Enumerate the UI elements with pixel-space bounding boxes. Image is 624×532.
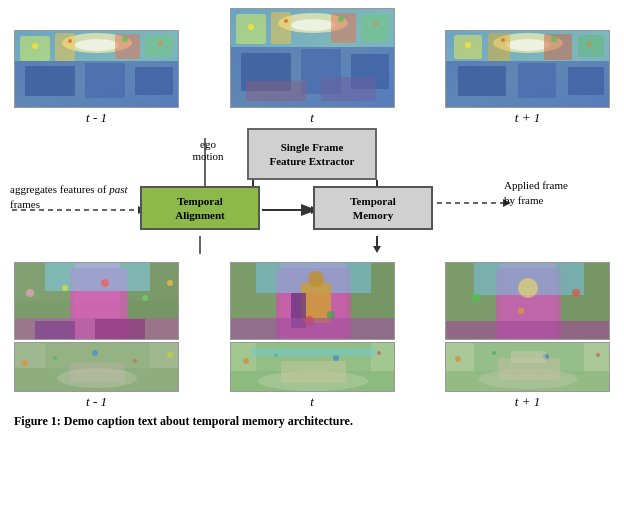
svg-point-28 (248, 24, 254, 30)
caption-text: Demo caption text about temporal memory … (64, 414, 353, 428)
top-image-t-plus-1 (445, 30, 610, 108)
svg-rect-136 (511, 351, 546, 363)
top-frame-3: t + 1 (445, 30, 610, 126)
svg-point-15 (158, 41, 162, 45)
svg-point-81 (142, 295, 148, 301)
svg-point-91 (92, 350, 98, 356)
svg-point-12 (32, 43, 38, 49)
svg-rect-39 (488, 33, 510, 61)
ta-box: Temporal Alignment (140, 186, 260, 230)
svg-point-31 (374, 22, 378, 26)
svg-point-134 (596, 353, 600, 357)
svg-point-48 (551, 36, 557, 42)
svg-rect-77 (45, 263, 150, 291)
svg-point-124 (472, 294, 480, 302)
svg-rect-111 (281, 361, 346, 383)
top-frame-1: t - 1 (14, 30, 179, 126)
svg-point-92 (133, 359, 137, 363)
svg-rect-32 (246, 81, 306, 101)
svg-rect-43 (458, 66, 506, 96)
bottom-label-3: t + 1 (515, 394, 540, 410)
bottom-image-row: t - 1 (10, 262, 614, 410)
svg-point-13 (68, 39, 72, 43)
svg-rect-45 (568, 67, 604, 95)
bottom-image-t-bottom (230, 342, 395, 392)
svg-rect-11 (135, 67, 173, 95)
bottom-frame-3: t + 1 (445, 262, 610, 410)
bottom-image-t-top (230, 262, 395, 340)
svg-point-14 (122, 36, 128, 42)
svg-point-93 (167, 352, 173, 358)
svg-point-122 (518, 278, 538, 298)
svg-rect-44 (518, 63, 556, 98)
ego-motion-text: ego motion (192, 138, 223, 162)
bottom-frame-1: t - 1 (14, 262, 179, 410)
figure-caption: Figure 1: Demo caption text about tempor… (10, 414, 614, 429)
aggregates-text: aggregates features of past frames (10, 183, 128, 210)
svg-point-37 (506, 39, 550, 51)
diagram-area: Single Frame Feature Extractor Temporal … (10, 128, 614, 258)
svg-rect-41 (578, 35, 604, 57)
tm-label: Temporal Memory (350, 194, 395, 223)
svg-point-3 (75, 39, 119, 51)
svg-point-105 (327, 311, 335, 319)
svg-rect-123 (446, 321, 610, 340)
main-container: t - 1 (0, 0, 624, 532)
svg-rect-106 (231, 318, 395, 340)
svg-rect-5 (55, 33, 75, 61)
svg-point-102 (308, 271, 324, 287)
ta-label: Temporal Alignment (175, 194, 225, 223)
svg-rect-85 (95, 319, 145, 339)
figure-number: Figure 1: (14, 414, 61, 428)
sfx-box: Single Frame Feature Extractor (247, 128, 377, 180)
svg-rect-23 (361, 14, 389, 42)
top-label-1: t - 1 (86, 110, 107, 126)
svg-rect-84 (35, 321, 75, 339)
svg-rect-40 (544, 34, 572, 60)
applied-text: Applied frame by frame (504, 179, 568, 206)
svg-rect-21 (271, 12, 291, 44)
svg-rect-10 (85, 63, 125, 98)
top-image-t-minus-1 (14, 30, 179, 108)
bottom-frame-2: t (230, 262, 395, 410)
svg-point-80 (101, 279, 109, 287)
svg-point-126 (518, 308, 524, 314)
svg-point-30 (338, 16, 344, 22)
top-label-2: t (310, 110, 314, 126)
svg-point-132 (492, 351, 496, 355)
top-frame-2: t (230, 8, 395, 126)
svg-point-112 (243, 358, 249, 364)
top-label-3: t + 1 (515, 110, 540, 126)
svg-point-49 (587, 42, 591, 46)
bottom-label-1: t - 1 (86, 394, 107, 410)
top-image-t (230, 8, 395, 108)
svg-point-47 (501, 38, 505, 42)
svg-rect-7 (145, 35, 173, 57)
svg-rect-33 (321, 77, 376, 101)
svg-point-29 (284, 19, 288, 23)
svg-point-19 (291, 19, 335, 31)
bottom-label-2: t (310, 394, 314, 410)
svg-point-131 (455, 356, 461, 362)
svg-point-82 (167, 280, 173, 286)
sfx-label: Single Frame Feature Extractor (269, 140, 354, 169)
aggregates-label: aggregates features of past frames (10, 182, 128, 213)
bottom-image-t-minus-1-top (14, 262, 179, 340)
svg-rect-116 (251, 348, 376, 356)
svg-point-90 (53, 356, 57, 360)
svg-point-89 (22, 360, 28, 366)
svg-point-79 (62, 285, 68, 291)
top-image-row: t - 1 (10, 8, 614, 126)
ego-motion-label: ego motion (178, 138, 238, 162)
bottom-image-t-plus-1-top (445, 262, 610, 340)
svg-point-46 (465, 42, 471, 48)
svg-point-95 (57, 368, 137, 388)
svg-point-78 (26, 289, 34, 297)
applied-frame-label: Applied frame by frame (504, 178, 614, 209)
svg-point-115 (377, 351, 381, 355)
bottom-image-t-plus-1-bottom (445, 342, 610, 392)
svg-rect-9 (25, 66, 75, 96)
svg-marker-69 (373, 246, 381, 253)
bottom-image-t-minus-1-bottom (14, 342, 179, 392)
tm-box: Temporal Memory (313, 186, 433, 230)
